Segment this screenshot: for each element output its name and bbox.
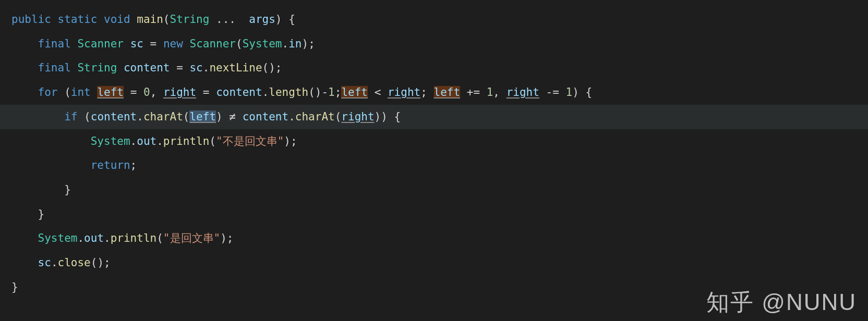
method-close: close bbox=[58, 256, 91, 269]
brace: } bbox=[11, 281, 18, 293]
paren: ( bbox=[64, 86, 71, 98]
var-right: right bbox=[507, 86, 539, 98]
brace: } bbox=[38, 208, 45, 220]
code-line-active[interactable]: if (content.charAt(left) ≠ content.charA… bbox=[0, 105, 868, 129]
brace: { bbox=[288, 13, 295, 26]
paren: ( bbox=[84, 110, 91, 123]
method-println: println bbox=[111, 232, 157, 244]
var-content: content bbox=[243, 110, 289, 123]
code-line[interactable]: } bbox=[0, 202, 868, 227]
brace: } bbox=[64, 183, 71, 196]
semicolon: ; bbox=[335, 86, 342, 98]
paren: ) bbox=[220, 232, 227, 244]
operator-not-equal: ≠ bbox=[229, 110, 236, 123]
method-charat: charAt bbox=[143, 110, 183, 123]
string-is-palindrome: "是回文串" bbox=[163, 232, 220, 244]
code-line[interactable]: System.out.println("是回文串"); bbox=[0, 226, 868, 251]
dot: . bbox=[282, 38, 289, 50]
operator-lt: < bbox=[375, 86, 381, 98]
number-one: 1 bbox=[328, 86, 335, 98]
varargs-icon: ... bbox=[216, 13, 236, 26]
type-scanner: Scanner bbox=[77, 38, 124, 50]
code-line[interactable]: public static void main(String ... args)… bbox=[0, 7, 868, 32]
code-line[interactable]: return; bbox=[0, 153, 868, 178]
dot: . bbox=[137, 110, 143, 123]
string-not-palindrome: "不是回文串" bbox=[216, 135, 284, 147]
dot: . bbox=[288, 110, 295, 123]
semicolon: ; bbox=[291, 135, 297, 147]
keyword-void: void bbox=[104, 13, 130, 26]
paren: ) bbox=[216, 110, 223, 123]
method-println: println bbox=[163, 135, 210, 147]
paren: ( bbox=[335, 110, 342, 123]
number-one: 1 bbox=[487, 86, 493, 98]
type-system: System bbox=[38, 232, 78, 244]
code-line[interactable]: sc.close(); bbox=[0, 251, 868, 275]
keyword-public: public bbox=[11, 13, 51, 26]
type-string: String bbox=[170, 13, 210, 26]
paren: ) bbox=[375, 110, 381, 123]
var-left: left bbox=[189, 110, 216, 123]
code-line[interactable]: } bbox=[0, 275, 868, 300]
operator-minus-assign: -= bbox=[546, 86, 559, 98]
semicolon: ; bbox=[308, 38, 315, 50]
operator-assign: = bbox=[203, 86, 210, 98]
method-length: length bbox=[269, 86, 308, 98]
operator-assign: = bbox=[130, 86, 137, 98]
keyword-int: int bbox=[71, 86, 91, 98]
paren: ) bbox=[275, 13, 282, 26]
field-out: out bbox=[137, 135, 156, 147]
var-left: left bbox=[434, 86, 461, 98]
type-system: System bbox=[91, 135, 130, 147]
var-sc: sc bbox=[130, 38, 143, 50]
semicolon: ; bbox=[130, 159, 137, 171]
paren: ( bbox=[156, 232, 163, 244]
dot: . bbox=[203, 61, 210, 74]
paren: ( bbox=[209, 135, 216, 147]
code-line[interactable]: final String content = sc.nextLine(); bbox=[0, 56, 868, 80]
dot: . bbox=[51, 256, 58, 269]
comma: , bbox=[150, 86, 157, 98]
var-right: right bbox=[341, 110, 374, 123]
dot: . bbox=[156, 135, 163, 147]
semicolon: ; bbox=[275, 61, 282, 74]
paren: ( bbox=[183, 110, 190, 123]
code-line[interactable]: } bbox=[0, 178, 868, 202]
keyword-for: for bbox=[38, 86, 58, 98]
operator-assign: = bbox=[150, 38, 157, 50]
var-left: left bbox=[341, 86, 368, 98]
operator-plus-assign: += bbox=[467, 86, 480, 98]
semicolon: ; bbox=[104, 256, 111, 269]
param-args: args bbox=[249, 13, 275, 26]
var-right: right bbox=[388, 86, 420, 98]
paren: ) bbox=[572, 86, 579, 98]
code-line[interactable]: for (int left = 0, right = content.lengt… bbox=[0, 80, 868, 105]
type-string: String bbox=[77, 61, 117, 74]
comma: , bbox=[493, 86, 500, 98]
code-line[interactable]: System.out.println("不是回文串"); bbox=[0, 129, 868, 154]
paren: ) bbox=[284, 135, 291, 147]
semicolon: ; bbox=[227, 232, 234, 244]
var-sc: sc bbox=[38, 256, 51, 269]
paren: ) bbox=[381, 110, 388, 123]
paren: () bbox=[262, 61, 275, 74]
type-system: System bbox=[243, 38, 282, 50]
operator-assign: = bbox=[176, 61, 183, 74]
var-content: content bbox=[216, 86, 262, 98]
keyword-final: final bbox=[38, 61, 71, 74]
var-content: content bbox=[91, 110, 137, 123]
keyword-new: new bbox=[163, 38, 183, 50]
keyword-return: return bbox=[91, 159, 130, 171]
keyword-static: static bbox=[58, 13, 98, 26]
code-editor[interactable]: public static void main(String ... args)… bbox=[0, 0, 868, 321]
keyword-final: final bbox=[38, 38, 71, 50]
method-main: main bbox=[137, 13, 163, 26]
var-content: content bbox=[124, 61, 170, 74]
dot: . bbox=[104, 232, 111, 244]
var-right: right bbox=[163, 86, 196, 98]
method-nextline: nextLine bbox=[209, 61, 262, 74]
var-left: left bbox=[97, 86, 124, 98]
code-line[interactable]: final Scanner sc = new Scanner(System.in… bbox=[0, 32, 868, 56]
dot: . bbox=[77, 232, 84, 244]
method-charat: charAt bbox=[295, 110, 335, 123]
